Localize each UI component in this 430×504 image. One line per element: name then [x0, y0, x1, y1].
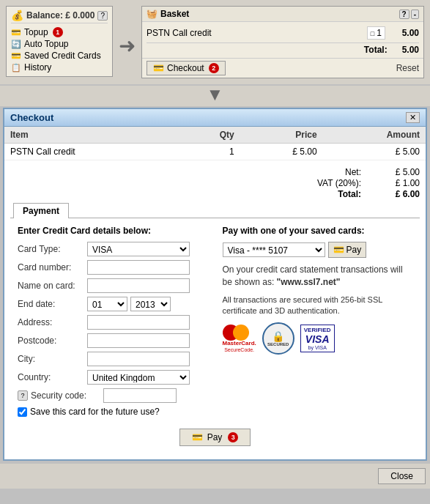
basket-icon: 🧺	[147, 9, 157, 19]
end-date-year-select[interactable]: 2013201420152016 2017201820192020	[130, 297, 171, 311]
card-type-row: Card Type: VISA MasterCard Amex	[18, 242, 208, 256]
basket-item-price: 5.00	[390, 28, 419, 38]
security-help-button[interactable]: ?	[18, 390, 28, 401]
table-row: PSTN Call credit 1 £ 5.00 £ 5.00	[4, 144, 426, 160]
mc-yellow-circle	[233, 325, 249, 341]
basket-total-label: Total:	[364, 45, 388, 55]
total-label: Total:	[338, 189, 361, 199]
right-arrow-icon: ➜	[119, 34, 136, 58]
checkout-button[interactable]: 💳 Checkout 2	[147, 61, 226, 75]
save-card-checkbox[interactable]	[18, 407, 27, 417]
close-button[interactable]: Close	[378, 468, 426, 484]
vat-amount: £ 1.00	[376, 178, 420, 188]
balance-title: 💰 Balance: £ 0.000 ?	[11, 10, 108, 23]
name-on-card-input[interactable]	[87, 278, 190, 293]
checkout-close-button[interactable]: ✕	[406, 112, 420, 123]
card-number-row: Card number:	[18, 260, 208, 275]
end-date-month-select[interactable]: 01020304 05060708 09101112	[87, 297, 127, 311]
postcode-input[interactable]	[87, 333, 190, 348]
basket-item-row: PSTN Call credit □ 1 5.00	[147, 25, 419, 41]
topup-badge: 1	[53, 27, 63, 37]
country-select[interactable]: United Kingdom United States Germany Fra…	[87, 370, 190, 385]
payment-left: Enter Credit Card details below: Card Ty…	[18, 226, 208, 423]
saved-cards-row: Visa - **** 5107 💳 Pay	[223, 242, 413, 258]
basket-total-value: 5.00	[402, 45, 419, 55]
balance-text: Balance: £ 0.000	[26, 10, 94, 21]
basket-item-qty: □ 1	[367, 26, 385, 40]
saved-card-pay-button[interactable]: 💳 Pay	[328, 242, 367, 258]
payment-content: Enter Credit Card details below: Card Ty…	[10, 218, 420, 459]
security-code-row: ? Security code:	[18, 388, 208, 403]
end-date-inputs: 01020304 05060708 09101112 2013201420152…	[87, 297, 171, 311]
down-arrow-icon: ▼	[0, 86, 430, 106]
checkout-label: Checkout	[167, 63, 204, 73]
security-code-input[interactable]	[103, 388, 177, 403]
payment-tab-area: Payment Enter Credit Card details below:…	[10, 203, 420, 459]
col-amount: Amount	[323, 127, 426, 144]
sidebar-item-history[interactable]: 📋 History	[11, 62, 108, 73]
basket-content: PSTN Call credit □ 1 5.00 Total: 5.00	[142, 22, 423, 58]
pay-button-label: Pay	[207, 432, 223, 442]
name-on-card-label: Name on card:	[18, 281, 87, 291]
postcode-label: Postcode:	[18, 336, 87, 346]
balance-menu: 💳 Topup 1 🔄 Auto Topup 💳 Saved Credit Ca…	[11, 26, 108, 73]
col-qty: Qty	[179, 127, 240, 144]
net-label: Net:	[345, 167, 361, 177]
basket-box: 🧺 Basket ? - PSTN Call credit □ 1 5.00 T…	[141, 6, 424, 78]
saved-card-select[interactable]: Visa - **** 5107	[223, 242, 325, 257]
checkout-title: Checkout	[10, 112, 53, 123]
right-heading: Pay with one of your saved cards:	[223, 226, 413, 236]
lock-icon: 🔒	[272, 330, 284, 342]
totals-section: Net: £ 5.00 VAT (20%): £ 1.00 Total: £ 6…	[4, 163, 426, 203]
total-row: Total: £ 6.00	[10, 189, 420, 199]
mc-subtext: SecureCode.	[223, 347, 256, 352]
city-input[interactable]	[87, 352, 190, 366]
checkout-table: Item Qty Price Amount PSTN Call credit 1…	[4, 127, 426, 160]
sidebar-item-auto-topup[interactable]: 🔄 Auto Topup	[11, 38, 108, 50]
sidebar-item-topup[interactable]: 💳 Topup 1	[11, 26, 108, 38]
history-label: History	[24, 62, 51, 73]
row-amount: £ 5.00	[323, 144, 426, 160]
coin-icon: 💰	[11, 10, 23, 21]
bottom-bar: Close	[0, 464, 430, 489]
net-amount: £ 5.00	[376, 167, 420, 177]
col-item: Item	[4, 127, 179, 144]
saved-cards-icon: 💳	[11, 51, 21, 61]
basket-title: 🧺 Basket ? -	[142, 7, 423, 22]
checkout-badge: 2	[209, 63, 219, 73]
pay-small-icon: 💳	[333, 245, 344, 255]
vat-label: VAT (20%):	[317, 178, 361, 188]
card-number-input[interactable]	[87, 260, 190, 275]
ssl-notice-2: All transactions are secured with 256-bi…	[223, 294, 413, 317]
checkout-icon: 💳	[153, 63, 164, 73]
pay-button[interactable]: 💳 Pay 3	[179, 429, 251, 446]
mastercard-badge: MasterCard. SecureCode.	[223, 325, 256, 352]
payment-tab[interactable]: Payment	[13, 203, 69, 218]
save-card-label: Save this card for the future use?	[30, 407, 160, 417]
vat-row: VAT (20%): £ 1.00	[10, 178, 420, 188]
by-visa-text: by VISA	[304, 345, 331, 350]
sidebar-item-saved-cards[interactable]: 💳 Saved Credit Cards	[11, 50, 108, 62]
postcode-row: Postcode:	[18, 333, 208, 348]
auto-topup-label: Auto Topup	[24, 39, 69, 49]
balance-box: 💰 Balance: £ 0.000 ? 💳 Topup 1 🔄 Auto To…	[6, 6, 113, 77]
country-row: Country: United Kingdom United States Ge…	[18, 370, 208, 385]
verified-text: VERIFIED	[304, 327, 331, 333]
address-input[interactable]	[87, 315, 190, 330]
history-icon: 📋	[11, 63, 21, 73]
net-row: Net: £ 5.00	[10, 167, 420, 177]
card-type-select[interactable]: VISA MasterCard Amex	[87, 242, 190, 256]
reset-button[interactable]: Reset	[396, 63, 419, 73]
end-date-label: End date:	[18, 299, 87, 309]
pay-badge: 3	[228, 432, 238, 442]
basket-actions: 💳 Checkout 2 Reset	[142, 58, 423, 78]
basket-help-button[interactable]: ?	[399, 10, 409, 19]
basket-buttons: ? -	[399, 10, 419, 19]
topup-label: Topup	[24, 27, 48, 37]
balance-help-button[interactable]: ?	[97, 11, 108, 21]
left-heading: Enter Credit Card details below:	[18, 226, 208, 236]
security-code-label: Security code:	[31, 390, 100, 401]
basket-minimize-button[interactable]: -	[411, 10, 419, 19]
verified-by-visa-badge: VERIFIED VISA by VISA	[300, 325, 335, 352]
address-label: Address:	[18, 317, 87, 327]
